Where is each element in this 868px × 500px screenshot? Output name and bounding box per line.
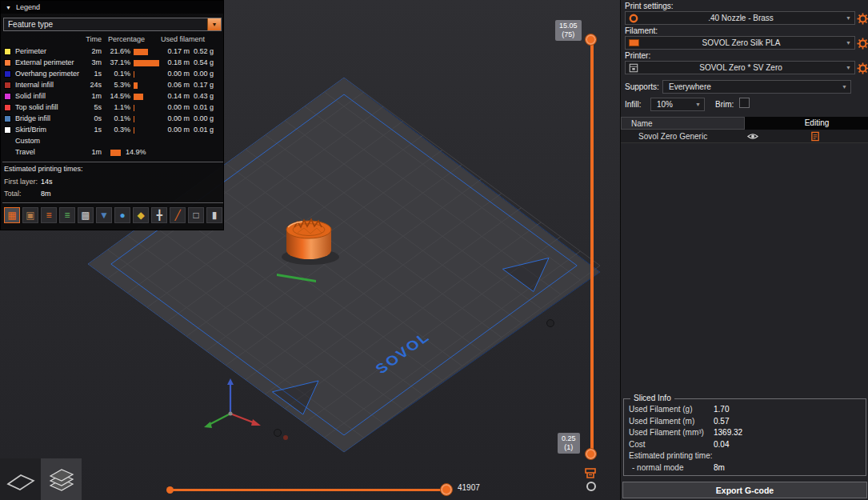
legend-cell: 2m xyxy=(71,47,102,55)
move-slider-handle[interactable] xyxy=(440,483,453,496)
feature-name: Bridge infill xyxy=(15,114,50,122)
feature-name: Custom xyxy=(15,137,40,145)
legend-cell: 0.00 m xyxy=(162,114,190,122)
filament-combobox[interactable]: SOVOL Zero Silk PLA ▼ xyxy=(625,36,855,50)
legend-cell: 0.00 g xyxy=(193,114,214,122)
object-list-row[interactable]: Sovol Zero Generic xyxy=(621,130,868,143)
supports-label: Supports: xyxy=(625,82,659,91)
sliced-info-label: Cost xyxy=(629,440,646,449)
preview-view-thumbnail[interactable] xyxy=(41,458,82,500)
feature-name: Travel xyxy=(15,148,35,156)
supports-combobox[interactable]: Everywhere ▼ xyxy=(662,80,851,94)
export-gcode-button[interactable]: Export G-code xyxy=(622,482,867,498)
legend-cell: 1.1% xyxy=(102,103,130,111)
legend-cell: 3m xyxy=(71,58,102,66)
legend-row: Top solid infill5s1.1%0.00 m0.01 g xyxy=(1,102,225,114)
view-line-width-icon[interactable]: ≡ xyxy=(59,207,75,223)
print-settings-combobox[interactable]: .40 Nozzle - Brass ▼ xyxy=(625,11,855,25)
bed-screw-hole xyxy=(547,320,554,327)
sliced-info-row: Used Filament (mm³)1369.32 xyxy=(624,428,866,440)
name-column-header[interactable]: Name xyxy=(621,117,745,130)
layer-slider-bottom-handle[interactable] xyxy=(585,448,597,460)
legend-cell: 0.1% xyxy=(102,70,130,78)
sliced-info-rows: Used Filament (g)1.70Used Filament (m)0.… xyxy=(624,405,866,474)
brim-checkbox[interactable] xyxy=(739,98,750,108)
legend-cell: 0.54 g xyxy=(193,58,214,66)
sliced-info-row: - normal mode8m xyxy=(624,463,866,475)
printer-value: SOVOL Zero * SV Zero xyxy=(638,63,843,72)
legend-cell: 5.3% xyxy=(102,81,130,89)
column-used-filament: Used filament xyxy=(161,35,205,43)
column-percentage: Percentage xyxy=(108,35,145,43)
feature-name: Top solid infill xyxy=(15,103,58,111)
legend-cell: 0.06 m xyxy=(162,81,190,89)
percentage-bar xyxy=(134,71,134,78)
view-color-print-icon[interactable]: ╱ xyxy=(170,207,186,223)
view-tool-icon[interactable]: ╋ xyxy=(151,207,167,223)
chevron-down-icon: ▼ xyxy=(846,40,851,46)
print-settings-gear-icon[interactable] xyxy=(857,13,868,25)
sliced-info-label: Used Filament (g) xyxy=(629,405,692,414)
chevron-down-icon: ▼ xyxy=(695,102,701,107)
sliced-info-label: Used Filament (m) xyxy=(629,417,694,426)
circle-icon[interactable] xyxy=(586,482,596,491)
bed-screw-hole xyxy=(283,435,288,440)
sliced-info-title: Sliced Info xyxy=(630,394,674,402)
view-feature-type-icon[interactable]: ▦ xyxy=(4,207,20,223)
layer-slider-bottom-tooltip: 0.25 (1) xyxy=(558,433,580,454)
feature-name: External perimeter xyxy=(15,58,74,66)
percentage-bar xyxy=(134,127,134,134)
feature-type-combobox[interactable]: Feature type ▼ xyxy=(3,18,222,31)
view-shells-icon[interactable]: ▣ xyxy=(22,207,38,223)
printer-gear-icon[interactable] xyxy=(857,62,868,74)
legend-titlebar[interactable]: ▼ Legend xyxy=(1,1,223,14)
legend-collapse-icon[interactable]: ▼ xyxy=(6,5,11,10)
layer-slider-top-tooltip: 15.05 (75) xyxy=(555,20,582,41)
sliced-info-value: 1369.32 xyxy=(714,428,742,437)
feature-color-swatch xyxy=(4,48,11,55)
print-settings-value: .40 Nozzle - Brass xyxy=(638,14,843,22)
sliced-info-label: - normal mode xyxy=(632,463,683,472)
printer-icon[interactable] xyxy=(584,467,597,482)
view-legend-icon[interactable]: ▮ xyxy=(206,207,222,223)
legend-row: Solid infill1m14.5%0.14 m0.43 g xyxy=(1,91,225,102)
sliced-info-row: Used Filament (g)1.70 xyxy=(624,405,866,417)
legend-cell: 0.52 g xyxy=(193,47,214,55)
sliced-info-row: Used Filament (m)0.57 xyxy=(624,417,866,429)
layer-slider-top-handle[interactable] xyxy=(585,34,597,46)
legend-cell: 0.01 g xyxy=(193,126,214,134)
view-fan-speed-icon[interactable]: ▼ xyxy=(96,207,112,223)
view-temperature-icon[interactable]: ● xyxy=(114,207,130,223)
feature-name: Skirt/Brim xyxy=(15,126,46,134)
editor-view-thumbnail[interactable] xyxy=(0,458,41,500)
filament-gear-icon[interactable] xyxy=(857,38,868,50)
view-travel-icon[interactable]: □ xyxy=(188,207,204,223)
legend-cell: 0.17 m xyxy=(162,47,190,55)
printer-small-icon xyxy=(629,63,638,73)
sliced-info-value: 0.57 xyxy=(714,417,729,426)
legend-table-header: Time Percentage Used filament xyxy=(1,35,225,45)
sliced-info-group: Sliced Info Used Filament (g)1.70Used Fi… xyxy=(623,398,866,476)
legend-panel: ▼ Legend Feature type ▼ Time Percentage … xyxy=(0,0,224,230)
legend-cell: 0.3% xyxy=(102,126,130,134)
total-value: 8m xyxy=(41,190,51,198)
edit-object-icon[interactable] xyxy=(810,131,821,143)
move-slider-track[interactable] xyxy=(170,489,448,491)
infill-combobox[interactable]: 10% ▼ xyxy=(650,98,705,111)
legend-cell: 0.00 m xyxy=(162,103,190,111)
object-name: Sovol Zero Generic xyxy=(638,132,707,141)
view-speed-icon[interactable]: ▩ xyxy=(78,207,94,223)
visibility-eye-icon[interactable] xyxy=(747,132,758,142)
legend-cell: 0.00 m xyxy=(162,126,190,134)
printer-combobox[interactable]: SOVOL Zero * SV Zero ▼ xyxy=(625,61,855,74)
feature-color-swatch xyxy=(4,70,11,78)
legend-cell: 0.01 g xyxy=(193,103,214,111)
view-volumetric-rate-icon[interactable]: ◆ xyxy=(133,207,149,223)
view-layer-height-icon[interactable]: ≡ xyxy=(41,207,57,223)
legend-cell: 0.00 g xyxy=(193,70,214,78)
legend-cell: 21.6% xyxy=(102,47,130,55)
layer-slider-track[interactable] xyxy=(590,39,594,454)
plate-icon xyxy=(0,458,41,500)
feature-name: Internal infill xyxy=(15,81,54,89)
feature-type-dropdown-icon[interactable]: ▼ xyxy=(207,18,221,30)
